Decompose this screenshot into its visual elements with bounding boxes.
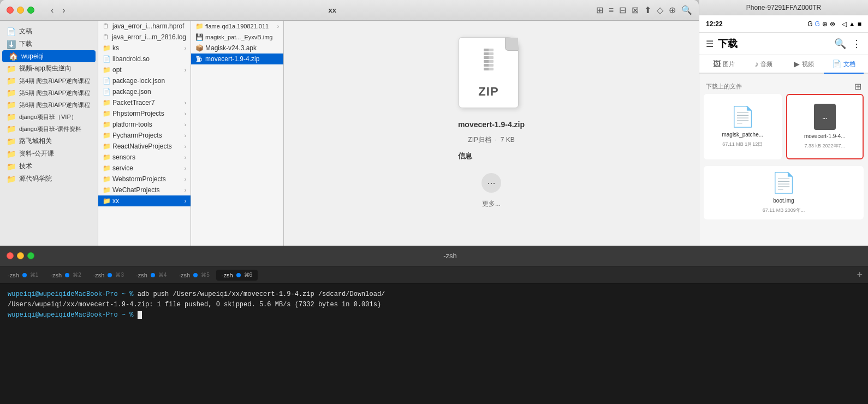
- tab-images[interactable]: 🖼 图片: [704, 55, 744, 74]
- item-label: WeChatProjects: [112, 186, 159, 194]
- video-tab-icon: ▶: [794, 60, 800, 68]
- terminal-tab-1[interactable]: -zsh ⌘1: [2, 270, 44, 281]
- sidebar-label-video: 视频-app爬虫逆向: [19, 64, 72, 73]
- sidebar-item-lufei[interactable]: 📁 路飞城相关: [0, 135, 98, 147]
- terminal-tab-5[interactable]: -zsh ⌘5: [173, 270, 215, 281]
- list-item[interactable]: 📁 opt ›: [98, 64, 191, 75]
- list-item[interactable]: 📄 package.json: [98, 86, 191, 97]
- downloads-icon: ⬇️: [7, 40, 16, 49]
- tab-video[interactable]: ▶ 视频: [784, 55, 824, 74]
- grid-toggle-icon[interactable]: ⊞: [854, 81, 861, 92]
- phone-file-card-boot[interactable]: 📄 boot.img 67.11 MB 2009年...: [704, 166, 864, 219]
- list-view-icon[interactable]: ≡: [609, 5, 614, 15]
- term-minimize-button[interactable]: [17, 252, 24, 259]
- list-item[interactable]: 📁 ks ›: [98, 43, 191, 54]
- fullscreen-button[interactable]: [27, 7, 34, 14]
- terminal-tab-4[interactable]: -zsh ⌘4: [130, 270, 172, 281]
- new-tab-button[interactable]: +: [853, 269, 866, 281]
- sidebar-item-downloads[interactable]: ⬇️ 下载: [0, 38, 98, 50]
- term-tab-label: -zsh: [179, 272, 190, 278]
- list-item[interactable]: 📁 flame-qd1a.190821.011 ›: [191, 21, 283, 32]
- grid-view-icon[interactable]: ⊞: [596, 5, 603, 15]
- list-item[interactable]: 📦 Magisk-v24.3.apk: [191, 43, 283, 54]
- list-item[interactable]: 🗒 java_error_i...harm.hprof: [98, 21, 191, 32]
- list-item[interactable]: 📁 sensors ›: [98, 152, 191, 163]
- list-item[interactable]: 📁 WebstormProjects ›: [98, 174, 191, 185]
- finder-columns: 🗒 java_error_i...harm.hprof 🗒 java_error…: [98, 21, 699, 246]
- sidebar-item-source[interactable]: 📁 源代码学院: [0, 173, 98, 185]
- list-item[interactable]: 📁 PhpstormProjects ›: [98, 108, 191, 119]
- column-view-icon[interactable]: ⊟: [619, 5, 626, 15]
- terminal-tab-3[interactable]: -zsh ⌘3: [88, 270, 129, 281]
- sidebar-label-wupeiqi: wupeiqi: [21, 52, 44, 60]
- search-icon[interactable]: 🔍: [681, 5, 692, 15]
- sidebar-item-tech[interactable]: 📁 技术: [0, 160, 98, 173]
- list-item-xx[interactable]: 📁 xx ›: [98, 195, 191, 206]
- list-item[interactable]: 💾 magisk_pat..._EyxvB.img: [191, 32, 283, 43]
- phone-file-card-magisk[interactable]: 📄 magisk_patche... 67.11 MB 1月12日: [704, 94, 782, 159]
- list-item[interactable]: 📁 ReactNativeProjects ›: [98, 141, 191, 152]
- tab-docs[interactable]: 📄 文档: [824, 55, 864, 74]
- sidebar-item-period6[interactable]: 📁 第6期 爬虫和APP逆向课程: [0, 99, 98, 111]
- dots-icon[interactable]: ⊕: [669, 5, 676, 15]
- sidebar-item-wupeiqi[interactable]: 🏠 wupeiqi: [2, 50, 96, 62]
- list-item[interactable]: 📁 PycharmProjects ›: [98, 130, 191, 141]
- back-button[interactable]: ‹: [47, 4, 57, 16]
- sidebar-item-documents[interactable]: 📄 文稿: [0, 25, 98, 38]
- sidebar-item-public-material[interactable]: 📁 资料-公开课: [0, 147, 98, 160]
- term-fullscreen-button[interactable]: [27, 252, 34, 259]
- chevron-right-icon: ›: [185, 176, 186, 182]
- sidebar-item-django-vip[interactable]: 📁 django项目班（VIP）: [0, 111, 98, 123]
- gallery-view-icon[interactable]: ⊠: [632, 5, 639, 15]
- list-item[interactable]: 📁 WeChatProjects ›: [98, 185, 191, 195]
- action-icon[interactable]: ⬆: [644, 5, 651, 15]
- list-item-movecert[interactable]: 🗜 movecert-1.9-4.zip: [191, 54, 283, 64]
- finder-window: ‹ › xx ⊞ ≡ ⊟ ⊠ ⬆ ◇ ⊕ 🔍 📄 文稿: [0, 0, 699, 246]
- terminal-body[interactable]: wupeiqi@wupeiqideMacBook-Pro ~ % adb pus…: [0, 284, 868, 404]
- tag-icon[interactable]: ◇: [657, 5, 663, 15]
- menu-icon[interactable]: ☰: [706, 39, 714, 49]
- term-output-1: /Users/wupeiqi/xx/movecert-1.9-4.zip: 1 …: [8, 301, 381, 308]
- term-tab-dot: [193, 273, 198, 277]
- term-close-button[interactable]: [7, 252, 14, 259]
- list-item[interactable]: 📄 package-lock.json: [98, 75, 191, 86]
- close-button[interactable]: [7, 7, 14, 14]
- apk-icon: 📦: [195, 44, 203, 52]
- tab-audio[interactable]: ♪ 音频: [744, 55, 783, 74]
- term-tab-label: -zsh: [8, 272, 19, 278]
- chevron-right-icon: ›: [185, 45, 186, 51]
- sidebar-item-period5[interactable]: 📁 第5期 爬虫和APP逆向课程: [0, 87, 98, 99]
- file-icon: 📄: [103, 88, 110, 96]
- list-item[interactable]: 📁 service ›: [98, 163, 191, 174]
- phone-file-name-magisk: magisk_patche...: [722, 132, 763, 138]
- sidebar-item-period4[interactable]: 📁 第4期 爬虫和APP逆向课程: [0, 75, 98, 87]
- phone-file-meta-magisk: 67.11 MB 1月12日: [722, 141, 763, 148]
- more-text[interactable]: 更多...: [482, 199, 501, 209]
- phone-file-name-boot: boot.img: [773, 198, 794, 204]
- terminal-tab-6[interactable]: -zsh ⌘6: [216, 270, 258, 281]
- list-item[interactable]: 🗒 java_error_i...m_2816.log: [98, 32, 191, 43]
- list-item[interactable]: 📁 platform-tools ›: [98, 119, 191, 130]
- chevron-right-icon: ›: [185, 122, 186, 128]
- phone-file-card-movecert[interactable]: ... movecert-1.9-4... 7.33 kB 2022年7...: [786, 94, 864, 159]
- phone-more-icon[interactable]: ⋮: [852, 38, 861, 50]
- list-item[interactable]: 📁 PacketTracer7 ›: [98, 97, 191, 108]
- sidebar-label-downloads: 下载: [19, 39, 32, 49]
- folder-icon: 📁: [103, 66, 110, 74]
- forward-button[interactable]: ›: [59, 4, 68, 16]
- item-label: Magisk-v24.3.apk: [205, 44, 257, 52]
- list-item[interactable]: 📄 libandroid.so: [98, 54, 191, 64]
- more-button[interactable]: ···: [481, 173, 501, 193]
- chevron-right-icon: ›: [277, 23, 279, 29]
- finder-sidebar: 📄 文稿 ⬇️ 下载 🏠 wupeiqi 📁 视频-app爬虫逆向 📁: [0, 21, 98, 246]
- term-tab-dot: [151, 273, 155, 277]
- home-icon: 🏠: [9, 52, 18, 61]
- sidebar-item-django-material[interactable]: 📁 django项目班-课件资料: [0, 123, 98, 135]
- sidebar-item-video-crawler[interactable]: 📁 视频-app爬虫逆向: [0, 62, 98, 75]
- video-tab-label: 视频: [802, 60, 814, 68]
- phone-file-name-movecert: movecert-1.9-4...: [804, 133, 846, 139]
- zip-paper: ZIP: [459, 37, 519, 108]
- minimize-button[interactable]: [17, 7, 24, 14]
- terminal-tab-2[interactable]: -zsh ⌘2: [45, 270, 86, 281]
- phone-search-icon[interactable]: 🔍: [834, 38, 846, 50]
